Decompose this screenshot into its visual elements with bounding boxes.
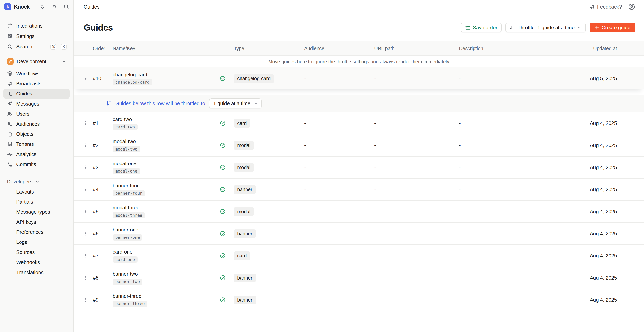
save-order-button[interactable]: Save order bbox=[461, 23, 502, 32]
drag-handle-icon[interactable] bbox=[81, 165, 91, 170]
guide-url-path: - bbox=[372, 231, 458, 237]
sidebar-item-logs[interactable]: Logs bbox=[10, 237, 70, 247]
drag-handle-icon[interactable] bbox=[81, 121, 91, 126]
guide-key-badge: banner-one bbox=[112, 234, 142, 241]
guide-audience: - bbox=[302, 120, 372, 126]
drag-handle-icon[interactable] bbox=[81, 297, 91, 302]
workspace-header: k Knock bbox=[0, 0, 73, 14]
send-icon bbox=[7, 101, 13, 107]
guide-row-card-two[interactable]: #1card-twocard-twocard---Aug 4, 2025 bbox=[74, 112, 644, 134]
sidebar-item-label: Tenants bbox=[16, 141, 66, 147]
guides-table: Order Name/Key Type Audience URL path De… bbox=[74, 41, 644, 311]
sidebar-item-settings[interactable]: Settings bbox=[4, 31, 70, 42]
guide-audience: - bbox=[302, 297, 372, 303]
guide-url-path: - bbox=[372, 253, 458, 259]
sidebar-item-objects[interactable]: Objects bbox=[4, 129, 70, 139]
guide-audience: - bbox=[302, 209, 372, 215]
drag-handle-icon[interactable] bbox=[81, 187, 91, 192]
drag-handle-icon[interactable] bbox=[81, 253, 91, 258]
sidebar-item-api-keys[interactable]: API keys bbox=[10, 217, 70, 227]
guide-row-modal-two[interactable]: #2modal-twomodal-twomodal---Aug 4, 2025 bbox=[74, 134, 644, 157]
sidebar-item-layouts[interactable]: Layouts bbox=[10, 187, 70, 197]
create-guide-label: Create guide bbox=[602, 25, 630, 31]
table-header-row: Order Name/Key Type Audience URL path De… bbox=[74, 41, 644, 56]
sidebar-item-integrations[interactable]: Integrations bbox=[4, 21, 70, 31]
create-guide-button[interactable]: Create guide bbox=[590, 23, 635, 32]
sidebar-item-sources[interactable]: Sources bbox=[10, 247, 70, 257]
column-header-audience: Audience bbox=[302, 46, 372, 51]
sidebar-item-commits[interactable]: Commits bbox=[4, 159, 70, 169]
sidebar-item-preferences[interactable]: Preferences bbox=[10, 227, 70, 237]
guide-row-banner-three[interactable]: #9banner-threebanner-threebanner---Aug 4… bbox=[74, 289, 644, 311]
guide-key-badge: card-one bbox=[112, 256, 138, 263]
guide-key-badge: modal-one bbox=[112, 168, 140, 174]
sidebar-item-search[interactable]: Search⌘K bbox=[4, 42, 70, 52]
workspace-switcher-icon[interactable] bbox=[40, 4, 45, 10]
guide-name: banner-one bbox=[112, 227, 138, 233]
drag-handle-icon[interactable] bbox=[81, 76, 91, 81]
user-avatar-icon[interactable] bbox=[628, 3, 635, 10]
guide-name: modal-three bbox=[112, 205, 140, 211]
throttle-dropdown-button[interactable]: Throttle: 1 guide at a time bbox=[506, 23, 586, 32]
guide-type-badge: banner bbox=[234, 185, 256, 194]
sidebar-item-messages[interactable]: Messages bbox=[4, 99, 70, 109]
sidebar-item-webhooks[interactable]: Webhooks bbox=[10, 257, 70, 267]
drag-handle-icon[interactable] bbox=[81, 209, 91, 214]
sidebar-item-label: Integrations bbox=[16, 23, 66, 29]
environment-switcher[interactable]: Development bbox=[4, 56, 70, 67]
developers-section-toggle[interactable]: Developers bbox=[4, 177, 70, 187]
workspace-name: Knock bbox=[14, 4, 30, 10]
sidebar-item-analytics[interactable]: Analytics bbox=[4, 149, 70, 159]
sidebar-item-label: Messages bbox=[16, 101, 66, 107]
sidebar-item-guides[interactable]: Guides bbox=[4, 89, 70, 99]
guide-row-banner-one[interactable]: #6banner-onebanner-onebanner---Aug 4, 20… bbox=[74, 223, 644, 245]
drag-handle-icon[interactable] bbox=[81, 143, 91, 148]
throttle-amount-select[interactable]: 1 guide at a time bbox=[209, 98, 262, 109]
building-icon bbox=[7, 141, 13, 147]
guide-updated-at: Aug 4, 2025 bbox=[585, 253, 617, 259]
guide-row-modal-one[interactable]: #3modal-onemodal-onemodal---Aug 4, 2025 bbox=[74, 157, 644, 179]
sidebar-item-workflows[interactable]: Workflows bbox=[4, 69, 70, 79]
guide-description: - bbox=[458, 76, 585, 82]
guide-url-path: - bbox=[372, 164, 458, 170]
guide-key-badge: changelog-card bbox=[112, 79, 152, 85]
active-check-icon bbox=[220, 120, 233, 126]
guide-type-badge: banner bbox=[234, 273, 256, 282]
sidebar-item-label: Users bbox=[16, 111, 66, 117]
shortcut-key: K bbox=[61, 44, 66, 50]
guide-updated-at: Aug 4, 2025 bbox=[585, 209, 617, 215]
drag-handle-icon[interactable] bbox=[81, 275, 91, 280]
guide-url-path: - bbox=[372, 275, 458, 281]
sidebar-item-audiences[interactable]: Audiences bbox=[4, 119, 70, 129]
sidebar-item-users[interactable]: Users bbox=[4, 109, 70, 119]
guide-audience: - bbox=[302, 187, 372, 193]
guide-key-badge: banner-three bbox=[112, 301, 148, 307]
search-icon[interactable] bbox=[64, 4, 69, 10]
guide-row-card-one[interactable]: #7card-onecard-onecard---Aug 4, 2025 bbox=[74, 245, 644, 267]
guide-type-badge: banner bbox=[234, 295, 256, 304]
sidebar-item-message-types[interactable]: Message types bbox=[10, 207, 70, 217]
notifications-bell-icon[interactable] bbox=[52, 4, 57, 10]
guide-type-badge: banner bbox=[234, 229, 256, 238]
guide-audience: - bbox=[302, 275, 372, 281]
guide-order: #1 bbox=[91, 120, 112, 126]
guide-key-badge: banner-two bbox=[112, 278, 142, 285]
guide-name: modal-two bbox=[112, 139, 136, 145]
sidebar-item-partials[interactable]: Partials bbox=[10, 197, 70, 207]
sidebar-item-translations[interactable]: Translations bbox=[10, 267, 70, 277]
guide-key-badge: modal-two bbox=[112, 146, 140, 152]
guide-key-badge: modal-three bbox=[112, 212, 145, 218]
guide-row-banner-two[interactable]: #8banner-twobanner-twobanner---Aug 4, 20… bbox=[74, 267, 644, 289]
guide-row-changelog-card[interactable]: #10changelog-cardchangelog-cardchangelog… bbox=[74, 67, 644, 90]
guide-url-path: - bbox=[372, 209, 458, 215]
guide-row-banner-four[interactable]: #4banner-fourbanner-fourbanner---Aug 4, … bbox=[74, 179, 644, 201]
sidebar-item-tenants[interactable]: Tenants bbox=[4, 139, 70, 149]
sidebar-item-broadcasts[interactable]: Broadcasts bbox=[4, 79, 70, 89]
feedback-button[interactable]: Feedback? bbox=[589, 4, 622, 10]
guide-row-modal-three[interactable]: #5modal-threemodal-threemodal---Aug 4, 2… bbox=[74, 201, 644, 223]
guide-audience: - bbox=[302, 142, 372, 148]
save-order-label: Save order bbox=[473, 25, 497, 31]
drag-handle-icon[interactable] bbox=[81, 231, 91, 236]
active-check-icon bbox=[220, 275, 233, 281]
guide-type-badge: card bbox=[234, 119, 250, 128]
